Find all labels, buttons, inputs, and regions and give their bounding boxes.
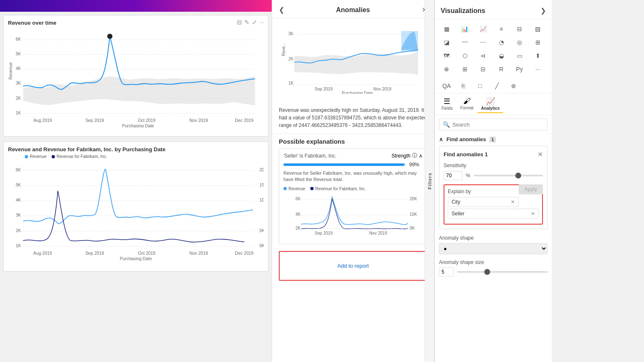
viz-icon-ribbon[interactable]: 〰 — [457, 36, 473, 49]
viz-icon-area[interactable]: ◪ — [439, 36, 454, 49]
svg-text:10K: 10K — [410, 212, 417, 217]
size-slider[interactable] — [457, 271, 548, 273]
svg-text:Purchasing Date: Purchasing Date — [122, 124, 154, 127]
viz-icon-column[interactable]: 📊 — [457, 23, 473, 35]
explanations-title: Possible explanations — [279, 138, 427, 145]
find-anomalies-panel: Find anomalies 1 ✕ Sensitivity % Apply E… — [439, 146, 548, 229]
viz-icon-100pct[interactable]: ▨ — [530, 23, 545, 35]
svg-text:2K: 2K — [16, 228, 21, 233]
viz-icon-line[interactable]: 📈 — [475, 23, 491, 35]
viz-icon-filled-map[interactable]: ⬡ — [457, 49, 473, 62]
anomalies-header: ❮ Anomalies ✕ — [272, 0, 434, 18]
city-tag[interactable]: City ✕ — [448, 197, 519, 207]
svg-text:Sep 2019: Sep 2019 — [86, 251, 104, 256]
viz-icon-custom2[interactable]: Py — [512, 63, 527, 75]
find-anomalies-header[interactable]: ∧ Find anomalies 1 — [439, 136, 548, 142]
viz-icon-qa[interactable]: QA — [439, 80, 454, 92]
sensitivity-slider[interactable] — [474, 175, 543, 176]
mini-legend1: Revenue — [288, 186, 305, 191]
search-input[interactable] — [452, 122, 544, 128]
svg-text:Revenue: Revenue — [8, 62, 13, 80]
find-anomalies-label: Find anomalies 1 — [444, 151, 488, 158]
svg-text:Nov 2019: Nov 2019 — [190, 251, 208, 256]
viz-icons-grid: ▦ 📊 📈 ≡ ⊟ ▨ ◪ 〰 ⋯ ◔ ◎ ⊞ 🗺 ⬡ ⊲ ◒ ▭ ⬆ ⊕ ⊞ … — [435, 19, 552, 79]
size-thumb[interactable] — [484, 269, 490, 275]
legend1-label: Revenue — [30, 154, 47, 159]
add-to-report-container[interactable]: Add to report — [279, 251, 427, 281]
viz-header: Visualizations ❯ — [435, 0, 552, 19]
anomaly-mini-chart: 3K 2K 1K Reve... Sep 2019 Nov 2019 Purch… — [272, 18, 434, 102]
svg-text:Sep 2019: Sep 2019 — [86, 118, 104, 123]
add-to-report-button[interactable]: Add to report — [329, 259, 377, 272]
filters-tab[interactable]: Filters — [425, 0, 434, 362]
viz-icon-kpi[interactable]: ⬆ — [530, 49, 545, 62]
viz-icon-more-visuals[interactable]: ··· — [530, 63, 545, 75]
anomalies-panel: ❮ Anomalies ✕ Filters 3K 2K 1K Reve... S… — [272, 0, 434, 362]
anomaly-chart-svg: 3K 2K 1K Reve... Sep 2019 Nov 2019 Purch… — [279, 23, 427, 94]
sensitivity-input[interactable] — [444, 171, 462, 180]
viz-icon-custom3[interactable]: ⊛ — [506, 80, 521, 92]
svg-text:Aug 2019: Aug 2019 — [34, 251, 52, 256]
svg-text:1K: 1K — [288, 81, 294, 85]
chart2-legend: Revenue Revenue for Fabrikam, Inc. — [25, 154, 264, 159]
svg-text:1K: 1K — [16, 243, 21, 248]
left-panel: Revenue over time ⊟ ✎ ⤢ ··· 6K 5K 4K 3K … — [0, 0, 272, 362]
svg-text:10K: 10K — [260, 198, 264, 202]
viz-icon-table[interactable]: ⊞ — [457, 63, 473, 75]
find-anomalies-section: ∧ Find anomalies 1 Find anomalies 1 ✕ Se… — [435, 134, 552, 232]
viz-icon-funnel[interactable]: ⊲ — [475, 49, 491, 62]
svg-text:15K: 15K — [260, 183, 264, 187]
viz-icon-donut[interactable]: ◎ — [512, 36, 527, 49]
visualizations-panel: Visualizations ❯ ▦ 📊 📈 ≡ ⊟ ▨ ◪ 〰 ⋯ ◔ ◎ ⊞… — [434, 0, 552, 362]
viz-icon-card[interactable]: ▭ — [512, 49, 527, 62]
viz-icon-nar[interactable]: ⎘ — [456, 80, 471, 92]
viz-icon-rect[interactable]: □ — [473, 80, 488, 92]
svg-text:20K: 20K — [410, 197, 417, 201]
expand-icon[interactable]: ∧ — [419, 153, 423, 159]
chart1-toolbar[interactable]: ⊟ ✎ ⤢ ··· — [237, 19, 265, 26]
edit-icon[interactable]: ✎ — [244, 19, 249, 26]
viz-icon-custom1[interactable]: R — [494, 63, 509, 75]
chart2-title: Revenue and Revenue for Fabrikam, Inc. b… — [8, 146, 264, 153]
find-anomalies-close[interactable]: ✕ — [538, 150, 543, 158]
size-input[interactable] — [439, 267, 454, 277]
tab-analytics[interactable]: 📈 Analytics — [478, 95, 503, 113]
strength-label-text: Strength — [392, 153, 410, 159]
viz-icon-scatter[interactable]: ⋯ — [475, 36, 491, 49]
viz-icon-map[interactable]: 🗺 — [439, 49, 454, 62]
chart2-svg: 6K 5K 4K 3K 2K 1K 20K 15K 10K 5K 0K Aug … — [8, 160, 264, 262]
viz-icon-treemap[interactable]: ⊞ — [530, 36, 545, 49]
seller-tag-close[interactable]: ✕ — [531, 211, 535, 217]
viz-icon-slicer[interactable]: ⊕ — [439, 63, 454, 75]
viz-icon-bar[interactable]: ▦ — [439, 23, 454, 35]
top-bar — [0, 0, 272, 12]
more-icon[interactable]: ··· — [260, 19, 265, 26]
chart1-svg: 6K 5K 4K 3K 2K 1K Revenue Aug 2019 Sep 2… — [8, 28, 264, 127]
viz-icon-stacked[interactable]: ⊟ — [512, 23, 527, 35]
svg-text:2K: 2K — [288, 57, 294, 61]
filter-icon[interactable]: ⊟ — [237, 19, 242, 26]
city-tag-close[interactable]: ✕ — [511, 199, 515, 205]
viz-collapse-icon[interactable]: ❯ — [540, 7, 546, 15]
search-box[interactable]: 🔍 — [439, 119, 548, 130]
strength-row: 'Seller' is Fabrikam, Inc. Strength ⓘ ∧ — [283, 152, 423, 159]
collapse-left-icon[interactable]: ❮ — [279, 6, 284, 14]
viz-icon-matrix[interactable]: ⊟ — [475, 63, 491, 75]
seller-tag[interactable]: Seller ✕ — [448, 209, 539, 219]
anomaly-shape-select[interactable]: ● ▲ ■ — [439, 243, 548, 254]
viz-icon-bar2[interactable]: ≡ — [494, 23, 509, 35]
svg-text:Sep 2019: Sep 2019 — [315, 231, 333, 235]
sensitivity-thumb[interactable] — [515, 173, 521, 178]
viz-icon-gauge[interactable]: ◒ — [494, 49, 509, 62]
expand-icon[interactable]: ⤢ — [252, 19, 257, 26]
anomaly-shape-section: Anomaly shape ● ▲ ■ — [435, 232, 552, 258]
progress-row: 99% — [283, 162, 423, 168]
tab-fields[interactable]: ☰ Fields — [438, 95, 456, 113]
svg-text:0K: 0K — [410, 226, 415, 230]
info-icon: ⓘ — [412, 152, 417, 159]
svg-text:6K: 6K — [296, 197, 301, 201]
viz-icon-line2[interactable]: ╱ — [489, 80, 504, 92]
apply-button[interactable]: Apply — [519, 184, 543, 194]
viz-icon-pie[interactable]: ◔ — [494, 36, 509, 49]
tab-format[interactable]: 🖌 Format — [457, 95, 477, 113]
